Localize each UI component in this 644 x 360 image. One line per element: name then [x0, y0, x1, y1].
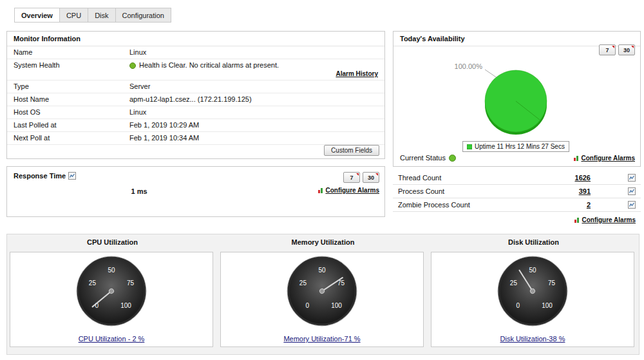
disk-utilization-title: Disk Utilization	[428, 238, 639, 246]
thread-count-value-link[interactable]: 1626	[575, 174, 591, 182]
row-value: Feb 1, 2019 10:34 AM	[129, 134, 378, 142]
health-status-dot	[129, 62, 136, 69]
current-status-label: Current Status	[400, 154, 446, 162]
tab-cpu[interactable]: CPU	[60, 8, 88, 23]
svg-text:100: 100	[542, 302, 553, 309]
response-time-value: 1 ms	[104, 187, 175, 195]
configure-alarms-link[interactable]: Configure Alarms	[393, 212, 641, 223]
current-status: Current Status	[400, 154, 456, 162]
configure-alarms-icon	[573, 155, 579, 162]
zombie-process-count-value-link[interactable]: 2	[587, 201, 591, 209]
row-label: Name	[14, 48, 129, 57]
table-row: Process Count 391	[393, 185, 641, 198]
svg-text:100: 100	[331, 302, 342, 309]
svg-text:50: 50	[318, 267, 326, 274]
graph-box-icon[interactable]	[628, 201, 636, 209]
pie-slice-uptime	[485, 70, 547, 132]
cpu-utilization-gauge-panel: 0 25 50 75 100 CPU Utilization - 2 %	[10, 252, 213, 347]
row-value: apm-u12-lap1.csez... (172.21.199.125)	[129, 95, 378, 104]
process-stats: Thread Count 1626 Process Count 391 Zomb…	[393, 171, 641, 223]
availability-panel: Today's Availability 7 30 100.00% Uptime…	[393, 31, 641, 167]
period-buttons: 7 30	[599, 44, 635, 55]
disk-gauge: 0 25 50 75 100	[497, 255, 569, 327]
tab-overview[interactable]: Overview	[14, 8, 60, 23]
configure-alarms-link[interactable]: Configure Alarms	[573, 155, 635, 162]
svg-text:50: 50	[108, 267, 115, 274]
svg-text:0: 0	[516, 302, 520, 309]
cpu-utilization-title: CPU Utilization	[7, 238, 218, 246]
panel-title: Monitor Information	[7, 32, 384, 46]
configure-alarms-icon	[574, 216, 580, 223]
utilization-titles: CPU Utilization Memory Utilization Disk …	[7, 234, 639, 246]
disk-utilization-caption-link[interactable]: Disk Utilization-38 %	[431, 335, 634, 343]
legend-swatch	[467, 144, 472, 149]
table-row: Host Name apm-u12-lap1.csez... (172.21.1…	[7, 93, 384, 106]
memory-utilization-caption-link[interactable]: Memory Utilization-71 %	[221, 335, 423, 343]
svg-text:75: 75	[127, 279, 135, 287]
memory-gauge: 0 25 50 75 100	[286, 255, 358, 327]
custom-fields-button[interactable]: Custom Fields	[324, 145, 379, 156]
svg-text:75: 75	[548, 279, 556, 287]
table-row: Zombie Process Count 2	[393, 198, 641, 212]
memory-utilization-gauge-panel: 0 25 50 75 100 Memory Utilization-71 %	[220, 252, 424, 347]
table-row: Host OS Linux	[7, 106, 384, 119]
response-time-title: Response Time	[14, 172, 76, 180]
svg-text:25: 25	[510, 279, 518, 287]
alarm-history-link[interactable]: Alarm History	[336, 70, 378, 78]
configure-alarms-label: Configure Alarms	[325, 187, 379, 194]
legend-label: Uptime 11 Hrs 12 Mins 27 Secs	[475, 143, 565, 150]
last-30-days-button[interactable]: 30	[363, 172, 379, 183]
row-value: Feb 1, 2019 10:29 AM	[129, 121, 378, 129]
table-row: Thread Count 1626	[393, 171, 641, 185]
pie-legend: Uptime 11 Hrs 12 Mins 27 Secs	[462, 141, 569, 152]
table-row: Last Polled at Feb 1, 2019 10:29 AM	[7, 119, 384, 132]
last-7-days-button[interactable]: 7	[343, 172, 360, 183]
row-label: Zombie Process Count	[398, 201, 539, 209]
disk-utilization-gauge-panel: 0 25 50 75 100 Disk Utilization-38 %	[431, 252, 634, 347]
row-label: Last Polled at	[14, 121, 129, 129]
table-row: System Health Health is Clear. No critic…	[7, 59, 384, 81]
graph-box-icon[interactable]	[628, 187, 636, 195]
process-count-value-link[interactable]: 391	[579, 187, 591, 195]
table-row: Next Poll at Feb 1, 2019 10:34 AM	[7, 132, 384, 145]
panel-title: Response Time	[14, 172, 66, 180]
svg-text:50: 50	[529, 267, 536, 274]
availability-pie-chart: 100.00%	[393, 53, 641, 155]
graph-box-icon[interactable]	[68, 172, 76, 180]
tab-disk[interactable]: Disk	[88, 8, 115, 23]
graph-box-icon[interactable]	[628, 174, 636, 182]
row-label: Type	[14, 82, 129, 91]
row-label: Next Poll at	[14, 134, 129, 142]
configure-alarms-icon	[317, 187, 323, 194]
configure-alarms-link[interactable]: Configure Alarms	[317, 187, 379, 194]
pie-depth	[485, 75, 547, 135]
utilization-section: CPU Utilization Memory Utilization Disk …	[6, 234, 639, 355]
row-label: Thread Count	[398, 174, 539, 182]
cpu-gauge: 0 25 50 75 100	[75, 255, 147, 327]
tab-bar: Overview CPU Disk Configuration	[14, 8, 171, 23]
svg-text:100: 100	[120, 302, 131, 309]
row-value: Server	[129, 82, 378, 91]
response-time-panel: Response Time 1 ms 7 30 Configure Alarms	[6, 166, 385, 217]
row-value: Linux	[129, 108, 378, 117]
tab-configuration[interactable]: Configuration	[116, 8, 171, 23]
period-buttons: 7 30	[343, 172, 379, 183]
row-label: System Health	[14, 61, 129, 70]
last-7-days-button[interactable]: 7	[599, 44, 616, 55]
svg-text:0: 0	[306, 302, 310, 309]
configure-alarms-label: Configure Alarms	[581, 155, 635, 162]
configure-alarms-label: Configure Alarms	[582, 216, 636, 223]
health-status-text: Health is Clear. No critical alarms at p…	[139, 61, 279, 70]
memory-utilization-title: Memory Utilization	[218, 238, 428, 246]
row-value: Health is Clear. No critical alarms at p…	[129, 61, 378, 70]
row-label: Host OS	[14, 108, 129, 117]
table-row: Name Linux	[7, 46, 384, 59]
row-label: Process Count	[398, 187, 539, 195]
monitor-information-panel: Monitor Information Name Linux System He…	[6, 31, 385, 159]
cpu-utilization-caption-link[interactable]: CPU Utilization - 2 %	[10, 335, 213, 343]
current-status-dot	[449, 155, 456, 162]
last-30-days-button[interactable]: 30	[618, 44, 635, 55]
row-label: Host Name	[14, 95, 129, 104]
svg-text:25: 25	[299, 279, 307, 287]
row-value: Linux	[129, 48, 378, 57]
